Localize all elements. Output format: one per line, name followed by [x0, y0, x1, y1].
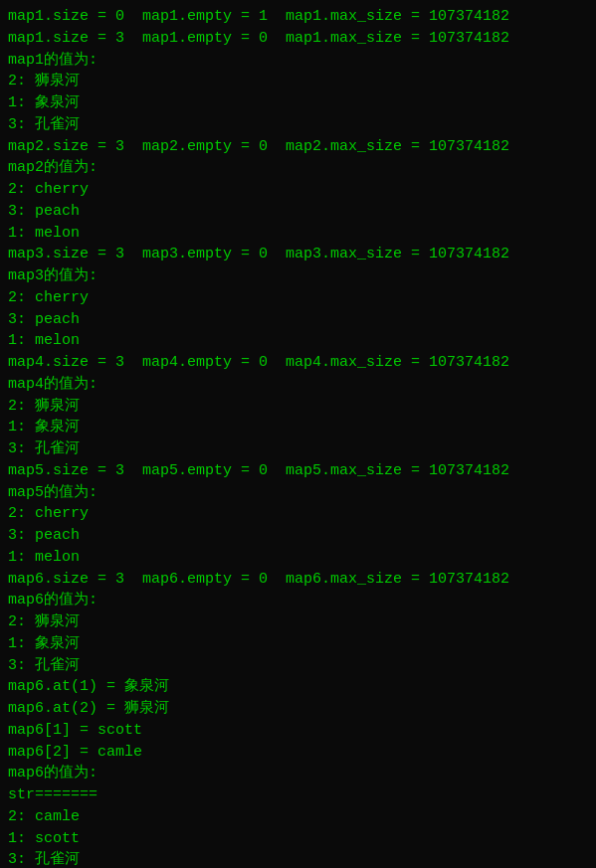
terminal-line: 1: 象泉河: [8, 417, 588, 438]
terminal-line: map6的值为:: [8, 763, 588, 784]
terminal-line: 2: camle: [8, 806, 588, 828]
terminal-line: map6[1] = scott: [8, 720, 588, 742]
terminal-line: 2: cherry: [8, 179, 588, 201]
terminal-line: map1.size = 3 map1.empty = 0 map1.max_si…: [8, 28, 588, 50]
terminal-line: map6的值为:: [8, 590, 588, 611]
terminal-line: 2: 狮泉河: [8, 611, 588, 633]
terminal-output: map1.size = 0 map1.empty = 1 map1.max_si…: [8, 6, 588, 868]
terminal-line: 3: 孔雀河: [8, 114, 588, 136]
terminal-line: 3: 孔雀河: [8, 849, 588, 868]
terminal-line: 1: melon: [8, 223, 588, 245]
terminal-line: 3: peach: [8, 525, 588, 547]
terminal-line: 1: scott: [8, 828, 588, 850]
terminal-line: map5的值为:: [8, 482, 588, 504]
terminal-line: 2: 狮泉河: [8, 396, 588, 418]
terminal-line: map3.size = 3 map3.empty = 0 map3.max_si…: [8, 244, 588, 265]
terminal-line: map1.size = 0 map1.empty = 1 map1.max_si…: [8, 6, 588, 28]
terminal-line: 3: 孔雀河: [8, 438, 588, 460]
terminal-line: map2的值为:: [8, 157, 588, 179]
terminal-line: map6[2] = camle: [8, 742, 588, 764]
terminal-line: map4的值为:: [8, 374, 588, 396]
terminal-line: 2: cherry: [8, 503, 588, 525]
terminal-line: map6.at(2) = 狮泉河: [8, 698, 588, 720]
terminal-line: map1的值为:: [8, 50, 588, 72]
terminal-line: 3: peach: [8, 201, 588, 223]
terminal-line: map5.size = 3 map5.empty = 0 map5.max_si…: [8, 460, 588, 482]
terminal-line: map6.size = 3 map6.empty = 0 map6.max_si…: [8, 569, 588, 591]
terminal-line: map3的值为:: [8, 265, 588, 287]
terminal-line: 2: cherry: [8, 287, 588, 309]
terminal-line: 3: 孔雀河: [8, 655, 588, 677]
terminal-line: 1: 象泉河: [8, 92, 588, 114]
terminal-line: 2: 狮泉河: [8, 71, 588, 92]
terminal-line: map6.at(1) = 象泉河: [8, 676, 588, 698]
terminal-line: 1: melon: [8, 330, 588, 352]
terminal-line: 1: 象泉河: [8, 633, 588, 655]
terminal-line: 1: melon: [8, 547, 588, 569]
terminal-line: map2.size = 3 map2.empty = 0 map2.max_si…: [8, 136, 588, 158]
terminal-line: str=======: [8, 784, 588, 806]
terminal-line: 3: peach: [8, 309, 588, 331]
terminal-line: map4.size = 3 map4.empty = 0 map4.max_si…: [8, 352, 588, 374]
